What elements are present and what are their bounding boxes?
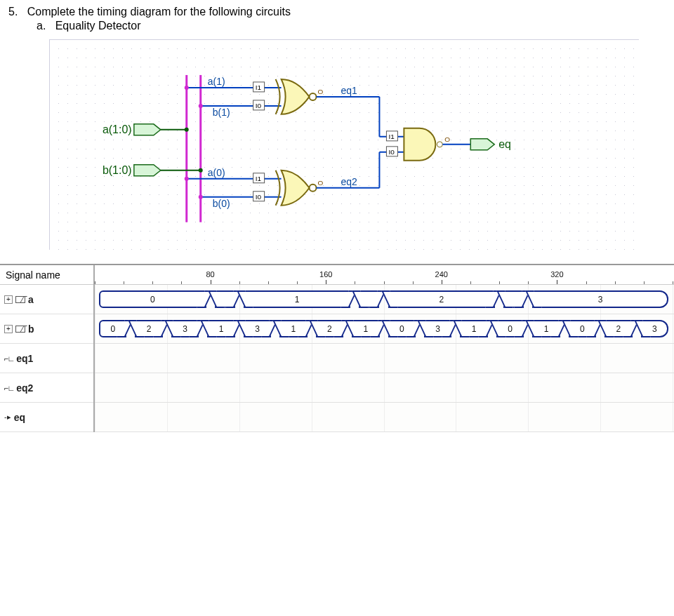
bus-segment: 0 bbox=[569, 320, 596, 337]
ruler-tick bbox=[470, 281, 471, 284]
port-a-label: a(1:0) bbox=[103, 123, 132, 135]
ruler-tick bbox=[586, 281, 587, 284]
ruler-tick bbox=[673, 281, 673, 284]
port-eq bbox=[470, 139, 494, 150]
xnor-gate-2: I1 I0 a(0) b(0) O eq2 bbox=[185, 167, 380, 209]
bus-segment: 1 bbox=[460, 320, 487, 337]
svg-point-27 bbox=[310, 185, 317, 192]
ruler-tick bbox=[384, 281, 385, 284]
ruler-tick bbox=[442, 280, 442, 284]
svg-text:I1: I1 bbox=[256, 175, 262, 182]
bus-segment-label: 1 bbox=[534, 321, 558, 336]
timing-diagram: Signal name +a+b⌐∟eq1⌐∟eq2-▸eq 801602403… bbox=[0, 264, 674, 432]
bus-segment: 0 bbox=[388, 320, 416, 337]
signal-row-eq2: ⌐∟eq2 bbox=[0, 373, 93, 403]
svg-text:eq: eq bbox=[498, 138, 511, 150]
bus-segment-label: 1 bbox=[461, 321, 486, 336]
signal-row-eq1: ⌐∟eq1 bbox=[0, 344, 93, 373]
question-text: 5. Complete the timing diagram for the f… bbox=[8, 6, 666, 18]
signal-name: b bbox=[28, 323, 34, 335]
question-body: Complete the timing diagram for the foll… bbox=[27, 6, 291, 18]
bus-segment-label: 2 bbox=[606, 321, 630, 336]
bus-icon bbox=[15, 296, 25, 303]
svg-point-20 bbox=[199, 195, 203, 199]
ruler-tick bbox=[355, 281, 355, 284]
signal-name: eq bbox=[14, 412, 25, 423]
ruler-tick bbox=[152, 281, 153, 284]
wave-icon: ⌐∟ bbox=[4, 354, 13, 363]
bus-segment-label: 3 bbox=[534, 292, 667, 307]
signal-name: eq2 bbox=[16, 382, 33, 394]
svg-text:O: O bbox=[318, 179, 324, 187]
bus-segment: 2 bbox=[604, 320, 632, 337]
bus-segment: 0 bbox=[99, 290, 206, 308]
bus-segment: 2 bbox=[316, 320, 343, 337]
svg-point-5 bbox=[185, 86, 189, 90]
bus-segment-label: 3 bbox=[173, 321, 197, 336]
wave-row-eq bbox=[95, 403, 674, 432]
svg-text:b(0): b(0) bbox=[213, 198, 230, 209]
svg-text:eq1: eq1 bbox=[341, 85, 357, 96]
schematic-svg: a(1:0) b(1:0) I1 I0 a(1) b(1) bbox=[50, 40, 639, 250]
expand-icon[interactable]: + bbox=[4, 295, 13, 304]
bus-segment-label: 0 bbox=[100, 321, 125, 336]
ruler-tick bbox=[326, 280, 326, 284]
svg-text:a(1): a(1) bbox=[208, 76, 225, 87]
bus-segment: 0 bbox=[496, 320, 524, 337]
bus-segment: 3 bbox=[244, 320, 271, 337]
bus-segment-label: 2 bbox=[390, 292, 494, 307]
signal-row-eq: -▸eq bbox=[0, 403, 93, 432]
bus-segment-label: 1 bbox=[281, 321, 305, 336]
svg-text:eq2: eq2 bbox=[341, 176, 357, 187]
bus-segment-label: 3 bbox=[425, 321, 450, 336]
ruler-tick bbox=[268, 281, 269, 284]
bus-segment: 2 bbox=[388, 290, 496, 308]
signal-row-b: +b bbox=[0, 314, 93, 344]
signal-name-header: Signal name bbox=[0, 265, 93, 285]
question-sub-letter: a. bbox=[37, 20, 46, 32]
wave-icon: ⌐∟ bbox=[4, 384, 13, 392]
bus-segment-label: 0 bbox=[100, 292, 205, 307]
wave-row-b: 0231312103101023 bbox=[95, 314, 674, 344]
ruler-tick bbox=[644, 281, 645, 284]
expand-icon[interactable]: + bbox=[4, 325, 13, 333]
bus-segment-label: 0 bbox=[570, 321, 595, 336]
port-b-label: b(1:0) bbox=[103, 164, 132, 176]
bus-segment-label: 0 bbox=[498, 321, 522, 336]
ruler-tick bbox=[557, 280, 557, 284]
ruler-tick bbox=[413, 281, 414, 284]
ruler-label: 80 bbox=[206, 270, 214, 279]
question-sub: a. Equality Detector bbox=[37, 20, 666, 32]
svg-point-39 bbox=[437, 142, 442, 147]
bus-segment-label: 3 bbox=[642, 321, 667, 336]
svg-text:I1: I1 bbox=[256, 83, 262, 91]
svg-point-2 bbox=[185, 128, 189, 132]
svg-point-18 bbox=[185, 177, 189, 181]
wave-row-a: 0123 bbox=[95, 285, 674, 314]
bus-segment: 1 bbox=[244, 290, 351, 308]
svg-text:b(1): b(1) bbox=[213, 107, 230, 118]
time-ruler: 80160240320 bbox=[95, 265, 674, 285]
bubble-icon bbox=[310, 93, 317, 100]
svg-text:I0: I0 bbox=[256, 102, 262, 109]
svg-text:O: O bbox=[318, 88, 324, 95]
question-block: 5. Complete the timing diagram for the f… bbox=[0, 0, 674, 35]
bus-icon bbox=[15, 326, 25, 333]
bus-segment-label: 1 bbox=[209, 321, 233, 336]
ruler-tick bbox=[239, 281, 240, 284]
bus-segment-label: 2 bbox=[136, 321, 161, 336]
wave-row-eq1 bbox=[95, 344, 674, 373]
svg-text:I0: I0 bbox=[256, 193, 262, 201]
arrow-icon: -▸ bbox=[4, 413, 11, 422]
bus-segment-label: 1 bbox=[353, 321, 378, 336]
question-number: 5. bbox=[8, 6, 18, 18]
bus-segment: 3 bbox=[641, 320, 668, 337]
bus-segment: 1 bbox=[352, 320, 379, 337]
bus-segment-label: 2 bbox=[317, 321, 342, 336]
ruler-tick bbox=[615, 281, 616, 284]
ruler-tick bbox=[124, 281, 124, 284]
bus-segment-label: 3 bbox=[245, 321, 270, 336]
signal-row-a: +a bbox=[0, 285, 93, 314]
ruler-tick bbox=[181, 281, 182, 284]
bus-segment: 1 bbox=[207, 320, 234, 337]
